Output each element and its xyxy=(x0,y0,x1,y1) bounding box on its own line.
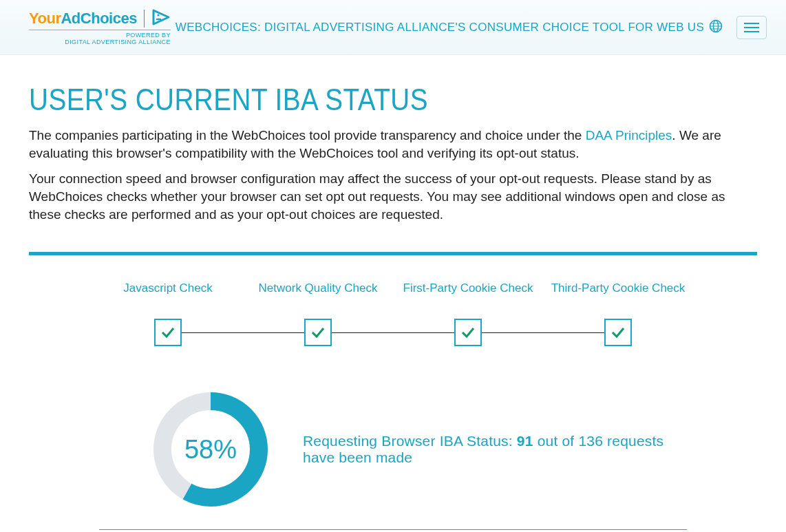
checkmark-icon xyxy=(310,324,326,341)
checkmark-icon xyxy=(610,324,626,341)
check-connector xyxy=(180,332,606,333)
intro-paragraph-1: The companies participating in the WebCh… xyxy=(29,127,757,162)
divider-thick xyxy=(29,252,757,255)
check-box xyxy=(304,319,332,346)
logo-divider xyxy=(144,10,145,28)
check-label: Third-Party Cookie Check xyxy=(549,281,687,313)
daa-principles-link[interactable]: DAA Principles xyxy=(586,128,672,142)
checks-row: Javascript Check Network Quality Check F… xyxy=(29,281,757,349)
progress-status-text: Requesting Browser IBA Status: 91 out of… xyxy=(303,433,688,466)
check-box xyxy=(454,319,482,346)
menu-button[interactable] xyxy=(736,16,767,39)
progress-row: 58% Requesting Browser IBA Status: 91 ou… xyxy=(29,392,757,507)
check-item-third-party: Third-Party Cookie Check xyxy=(549,281,687,349)
check-box xyxy=(604,319,632,346)
svg-point-0 xyxy=(157,14,159,16)
page-title: USER'S CURRENT IBA STATUS xyxy=(29,83,670,117)
check-item-javascript: Javascript Check xyxy=(99,281,237,349)
check-label: First-Party Cookie Check xyxy=(399,281,537,313)
main-content: USER'S CURRENT IBA STATUS The companies … xyxy=(0,55,786,532)
header: YourAdChoices POWERED BY DIGITAL ADVERTI… xyxy=(0,0,786,55)
check-label: Network Quality Check xyxy=(249,281,387,313)
intro-paragraph-2: Your connection speed and browser config… xyxy=(29,170,757,223)
check-item-network: Network Quality Check xyxy=(249,281,387,349)
check-item-first-party: First-Party Cookie Check xyxy=(399,281,537,349)
hamburger-icon xyxy=(744,23,759,24)
adchoices-icon xyxy=(151,9,171,28)
checkmark-icon xyxy=(460,324,476,341)
header-title: WEBCHOICES: DIGITAL ADVERTISING ALLIANCE… xyxy=(171,21,709,34)
check-label: Javascript Check xyxy=(99,281,237,313)
divider-thin xyxy=(99,529,687,530)
checkmark-icon xyxy=(160,324,176,341)
check-box xyxy=(154,319,182,346)
progress-donut: 58% xyxy=(153,392,268,507)
logo-your: YourAdChoices xyxy=(29,10,137,28)
progress-percent: 58% xyxy=(153,392,268,507)
globe-icon[interactable] xyxy=(709,19,723,36)
logo-tagline: POWERED BY DIGITAL ADVERTISING ALLIANCE xyxy=(29,30,171,45)
logo[interactable]: YourAdChoices POWERED BY DIGITAL ADVERTI… xyxy=(29,9,171,45)
